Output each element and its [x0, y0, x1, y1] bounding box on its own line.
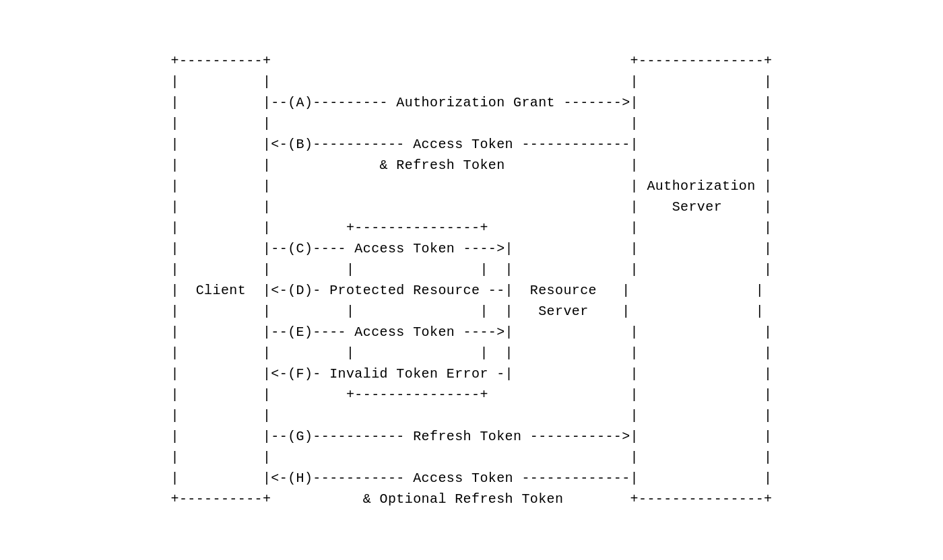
diagram-content: +----------+ +---------------+ | | | | |… [171, 50, 773, 510]
diagram-container: +----------+ +---------------+ | | | | |… [20, 14, 923, 546]
